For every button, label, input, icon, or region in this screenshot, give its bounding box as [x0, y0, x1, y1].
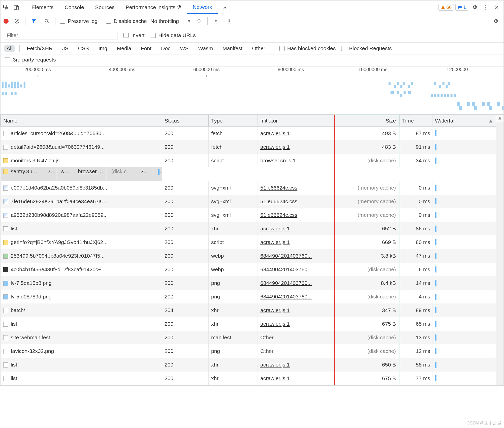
disable-cache-checkbox[interactable]: Disable cache	[105, 18, 147, 24]
upload-har-icon[interactable]	[211, 16, 221, 26]
wifi-conditions-icon[interactable]	[194, 16, 204, 26]
initiator-cell[interactable]: 6844904201403760...	[258, 276, 335, 290]
initiator-cell[interactable]: 51.e66624c.css	[258, 195, 335, 208]
initiator-cell[interactable]: browser.cn.js:1	[258, 154, 335, 167]
messages-badge[interactable]: 1	[455, 4, 468, 11]
filter-media[interactable]: Media	[114, 45, 134, 52]
settings-gear-icon[interactable]	[470, 3, 479, 12]
table-row[interactable]: list200xhracrawler.js:1650 B58 ms	[1, 358, 496, 372]
type-cell: xhr	[209, 317, 258, 331]
waterfall-cell	[432, 208, 496, 222]
filter-img[interactable]: Img	[96, 45, 110, 52]
close-devtools-icon[interactable]: ✕	[492, 3, 501, 12]
initiator-cell[interactable]: acrawler.js:1	[258, 358, 335, 372]
kebab-menu-icon[interactable]: ⋮	[481, 3, 490, 12]
filter-fetch-xhr[interactable]: Fetch/XHR	[24, 45, 55, 52]
network-settings-gear-icon[interactable]	[491, 16, 500, 26]
col-header-time[interactable]: Time	[400, 115, 432, 127]
col-header-waterfall[interactable]: Waterfall▲	[432, 115, 496, 127]
table-row[interactable]: list200xhracrawler.js:1675 B77 ms	[1, 372, 496, 385]
initiator-cell[interactable]: acrawler.js:1	[258, 372, 335, 385]
separator	[207, 17, 208, 25]
initiator-cell[interactable]: acrawler.js:1	[258, 140, 335, 154]
blocked-cookies-checkbox[interactable]: Has blocked cookies	[278, 45, 336, 52]
filter-all[interactable]: All	[4, 45, 15, 52]
initiator-cell[interactable]: acrawler.js:1	[258, 127, 335, 140]
waterfall-cell	[432, 195, 496, 208]
initiator-cell[interactable]: 6844904201403760...	[258, 249, 335, 263]
table-row[interactable]: favicon-32x32.png200pngOther(disk cache)…	[1, 344, 496, 358]
initiator-cell[interactable]: 51.e66624c.css	[258, 208, 335, 222]
filter-wasm[interactable]: Wasm	[196, 45, 215, 52]
record-button[interactable]	[4, 19, 9, 24]
tab-console[interactable]: Console	[59, 1, 90, 14]
table-row[interactable]: list200xhracrawler.js:1675 B65 ms	[1, 317, 496, 331]
initiator-cell[interactable]: browser.cn.js:1	[75, 167, 107, 181]
table-row[interactable]: e097e1d40a62ba25a0b059cf8c3185db...200sv…	[1, 181, 496, 195]
inspect-element-icon[interactable]	[1, 1, 11, 14]
col-header-initiator[interactable]: Initiator	[258, 115, 335, 127]
clear-icon[interactable]	[12, 16, 22, 26]
filter-other[interactable]: Other	[249, 45, 268, 52]
filter-js[interactable]: JS	[60, 45, 71, 52]
tab-sources[interactable]: Sources	[90, 1, 120, 14]
filter-doc[interactable]: Doc	[159, 45, 173, 52]
table-row[interactable]: list200xhracrawler.js:1652 B86 ms	[1, 222, 496, 235]
initiator-cell[interactable]: acrawler.js:1	[258, 235, 335, 249]
table-row[interactable]: a9532d230b98d8920a987aafa22e9059...200sv…	[1, 208, 496, 222]
initiator-cell[interactable]: 6844904201403760...	[258, 290, 335, 303]
invert-checkbox[interactable]: Invert	[122, 32, 145, 39]
col-header-status[interactable]: Status	[162, 115, 209, 127]
size-cell: (disk cache)	[335, 263, 400, 276]
initiator-cell[interactable]: 6844904201403760...	[258, 263, 335, 276]
table-row[interactable]: site.webmanifest200manifestOther(disk ca…	[1, 331, 496, 344]
filter-css[interactable]: CSS	[76, 45, 91, 52]
filter-font[interactable]: Font	[138, 45, 154, 52]
filter-input[interactable]	[4, 31, 117, 40]
initiator-cell[interactable]: Other	[258, 344, 335, 358]
tabs-overflow[interactable]: »	[218, 1, 232, 14]
initiator-cell[interactable]: acrawler.js:1	[258, 303, 335, 317]
blocked-requests-checkbox[interactable]: Blocked Requests	[340, 45, 392, 52]
hide-data-urls-checkbox[interactable]: Hide data URLs	[150, 32, 196, 39]
table-row[interactable]: 7fe16de62924e291ba2f0a4ce34ea67a....200s…	[1, 195, 496, 208]
separator	[24, 3, 24, 12]
initiator-cell[interactable]: acrawler.js:1	[258, 317, 335, 331]
table-row[interactable]: lv-5.d08789d.png200png6844904201403760..…	[1, 290, 496, 303]
table-row[interactable]: articles_cursor?aid=2608&uuid=70630...20…	[1, 127, 496, 140]
third-party-checkbox[interactable]: 3rd-party requests	[4, 56, 56, 63]
download-har-icon[interactable]	[224, 16, 234, 26]
col-header-name[interactable]: Name	[1, 115, 162, 127]
tab-network[interactable]: Network	[187, 1, 218, 14]
initiator-cell[interactable]: Other	[258, 331, 335, 344]
table-row[interactable]: getInfo?q=jB0hfXYA9gJGvo41rhuJXj62...200…	[1, 235, 496, 249]
device-toggle-icon[interactable]	[11, 1, 22, 14]
table-scrollbar[interactable]: ▲	[496, 115, 503, 385]
table-row[interactable]: batch/204xhracrawler.js:1347 B89 ms	[1, 303, 496, 317]
size-cell: 347 B	[335, 303, 400, 317]
filter-ws[interactable]: WS	[177, 45, 191, 52]
table-row[interactable]: 253499f5b7094eb8a04e923fc01047f5...200we…	[1, 249, 496, 263]
col-header-type[interactable]: Type	[209, 115, 258, 127]
table-row[interactable]: 4c0b4b1f456e430f8d12f83caf91420c~...200w…	[1, 263, 496, 276]
search-icon[interactable]	[42, 16, 52, 26]
table-row[interactable]: lv-7.5da15b8.png200png6844904201403760..…	[1, 276, 496, 290]
table-row[interactable]: detail?aid=2608&uuid=706307746149...200f…	[1, 140, 496, 154]
tab-elements[interactable]: Elements	[26, 1, 59, 14]
size-cell: (disk cache)	[335, 331, 400, 344]
waterfall-bar	[435, 280, 436, 286]
throttling-select[interactable]: No throttling ▼	[150, 18, 191, 24]
initiator-cell[interactable]: acrawler.js:1	[258, 222, 335, 235]
timeline-overview[interactable]: 2000000 ms 4000000 ms 6000000 ms 8000000…	[1, 67, 503, 115]
col-header-size[interactable]: Size	[335, 115, 400, 127]
table-row[interactable]: sentry.3.6.47.cn.js200scriptbrowser.cn.j…	[1, 167, 162, 181]
request-type-filter-row: All Fetch/XHR JS CSS Img Media Font Doc …	[1, 43, 503, 54]
waterfall-cell	[432, 344, 496, 358]
issues-warning-badge[interactable]: 66	[438, 4, 454, 11]
filter-manifest[interactable]: Manifest	[220, 45, 245, 52]
tab-performance-insights[interactable]: Performance insights ⚗	[120, 1, 187, 14]
initiator-cell[interactable]: 51.e66624c.css	[258, 181, 335, 195]
table-row[interactable]: monitors.3.6.47.cn.js200scriptbrowser.cn…	[1, 154, 496, 167]
preserve-log-checkbox[interactable]: Preserve log	[59, 18, 98, 24]
filter-funnel-icon[interactable]	[29, 16, 39, 26]
